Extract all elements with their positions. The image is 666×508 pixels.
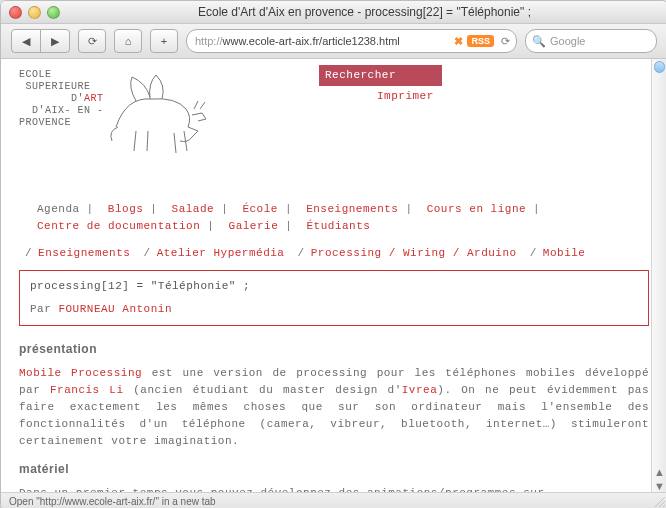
section-materiel-title: matériel <box>19 460 649 479</box>
browser-window: Ecole d'Art d'Aix en provence - processi… <box>0 0 666 508</box>
home-icon: ⌂ <box>125 35 132 47</box>
forward-button[interactable]: ▶ <box>40 29 70 53</box>
main-menu: Agenda| Blogs| Salade| École| Enseigneme… <box>19 201 649 235</box>
menu-item-agenda[interactable]: Agenda <box>37 203 80 215</box>
scroll-up-icon[interactable]: ▲ <box>652 465 666 479</box>
zoom-icon[interactable] <box>47 6 60 19</box>
resize-grip-icon[interactable] <box>653 495 665 507</box>
status-text: Open "http://www.ecole-art-aix.fr/" in a… <box>9 496 216 507</box>
page-content: ECOLE SUPERIEURE D'ART D'AIX- EN - PROVE… <box>1 59 666 493</box>
section-presentation-title: présentation <box>19 340 649 359</box>
back-icon: ◀ <box>22 35 30 48</box>
mascot-drawing-icon <box>96 67 216 157</box>
scroll-thumb[interactable] <box>654 61 665 73</box>
breadcrumb: /Enseignements /Atelier Hypermédia /Proc… <box>19 245 649 262</box>
article-header-box: processing[12] = "Téléphonie" ; Par FOUR… <box>19 270 649 326</box>
status-bar: Open "http://www.ecole-art-aix.fr/" in a… <box>1 492 666 508</box>
window-controls <box>9 6 60 19</box>
link-francis-li[interactable]: Francis Li <box>50 384 124 396</box>
reload-button[interactable]: ⟳ <box>78 29 106 53</box>
author-link[interactable]: FOURNEAU Antonin <box>58 303 172 315</box>
link-ivrea[interactable]: Ivrea <box>402 384 438 396</box>
paragraph-presentation: Mobile Processing est une version de pro… <box>19 365 649 450</box>
menu-item-cours[interactable]: Cours en ligne <box>427 203 526 215</box>
minimize-icon[interactable] <box>28 6 41 19</box>
crumb-mobile[interactable]: Mobile <box>543 247 586 259</box>
plus-icon: + <box>161 35 167 47</box>
search-placeholder: Google <box>550 35 585 47</box>
nav-segment: ◀ ▶ <box>11 29 70 53</box>
crumb-atelier[interactable]: Atelier Hypermédia <box>157 247 285 259</box>
menu-item-galerie[interactable]: Galerie <box>229 220 279 232</box>
stop-icon[interactable]: ✖ <box>454 35 463 48</box>
add-bookmark-button[interactable]: + <box>150 29 178 53</box>
search-field[interactable]: 🔍 Google <box>525 29 657 53</box>
menu-item-blogs[interactable]: Blogs <box>108 203 144 215</box>
search-icon: 🔍 <box>532 35 546 48</box>
article-byline: Par FOURNEAU Antonin <box>30 301 638 318</box>
browser-toolbar: ◀ ▶ ⟳ ⌂ + http://www.ecole-art-aix.fr/ar… <box>1 24 666 59</box>
forward-icon: ▶ <box>51 35 59 48</box>
back-button[interactable]: ◀ <box>11 29 41 53</box>
crumb-enseignements[interactable]: Enseignements <box>38 247 130 259</box>
menu-item-ecole[interactable]: École <box>242 203 278 215</box>
address-bar[interactable]: http://www.ecole-art-aix.fr/article1238.… <box>186 29 517 53</box>
print-link[interactable]: Imprimer <box>377 88 649 105</box>
home-button[interactable]: ⌂ <box>114 29 142 53</box>
close-icon[interactable] <box>9 6 22 19</box>
window-titlebar: Ecole d'Art d'Aix en provence - processi… <box>1 1 666 24</box>
window-title: Ecole d'Art d'Aix en provence - processi… <box>70 5 659 19</box>
menu-item-etudiants[interactable]: Étudiants <box>306 220 370 232</box>
top-right-tools: Rechercher Imprimer <box>319 65 649 105</box>
reload-icon: ⟳ <box>88 35 97 48</box>
scroll-down-icon[interactable]: ▼ <box>652 479 666 493</box>
address-text: http://www.ecole-art-aix.fr/article1238.… <box>195 35 450 47</box>
menu-item-enseignements[interactable]: Enseignements <box>306 203 398 215</box>
site-search-button[interactable]: Rechercher <box>319 65 442 86</box>
article-code-title: processing[12] = "Téléphonie" ; <box>30 278 638 295</box>
menu-item-docs[interactable]: Centre de documentation <box>37 220 200 232</box>
page-viewport: ECOLE SUPERIEURE D'ART D'AIX- EN - PROVE… <box>1 59 666 493</box>
snapback-icon[interactable]: ⟳ <box>498 34 512 48</box>
rss-badge[interactable]: RSS <box>467 35 494 47</box>
menu-item-salade[interactable]: Salade <box>172 203 215 215</box>
link-mobile-processing[interactable]: Mobile Processing <box>19 367 142 379</box>
vertical-scrollbar[interactable]: ▲ ▼ <box>651 59 666 493</box>
crumb-processing[interactable]: Processing / Wiring / Arduino <box>311 247 517 259</box>
